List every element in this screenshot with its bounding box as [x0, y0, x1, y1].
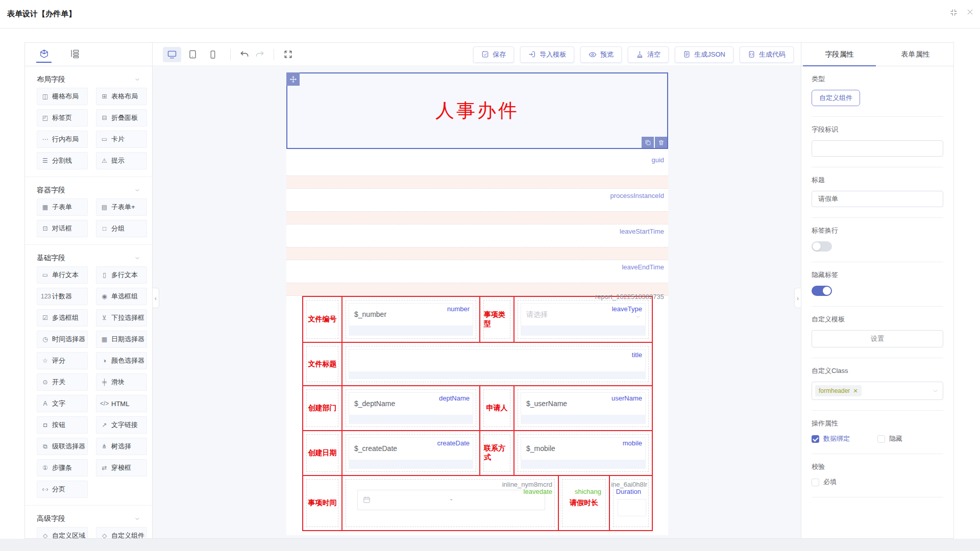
palette-item[interactable]: A 文字 [37, 395, 88, 412]
hide-label-toggle[interactable] [812, 286, 832, 296]
generate-code-button[interactable]: 生成代码 [740, 46, 794, 63]
label-wrap-toggle[interactable] [812, 241, 832, 252]
palette-section-header[interactable]: 容器字段 [25, 183, 152, 197]
palette-item[interactable]: ① 步骤条 [37, 459, 88, 477]
components-cube-icon[interactable] [36, 49, 52, 63]
save-button[interactable]: 保存 [473, 46, 514, 63]
clear-button[interactable]: 清空 [628, 46, 669, 63]
palette-item[interactable]: </> HTML [96, 395, 147, 412]
palette-item[interactable]: ▭ 单行文本 [37, 266, 88, 284]
user-name-input[interactable]: $_userName userName [521, 392, 646, 415]
palette-item[interactable]: ⧉ 级联选择器 [37, 438, 88, 455]
table-label-cell[interactable]: 创建部门 [303, 386, 341, 430]
palette-section-header[interactable]: 高级字段 [25, 512, 152, 526]
palette-item[interactable]: ⊡ 对话框 [37, 220, 88, 237]
table-value-cell[interactable]: $_number number [341, 297, 479, 342]
table-value-cell[interactable]: $_userName userName [513, 386, 652, 430]
palette-item[interactable]: ⊻ 下拉选择框 [96, 309, 147, 327]
collapse-right-panel-handle[interactable]: › [794, 288, 801, 308]
custom-class-select[interactable]: formheader ✕ [812, 382, 943, 400]
remove-tag-icon[interactable]: ✕ [853, 388, 857, 394]
desktop-icon[interactable] [163, 47, 181, 62]
leave-type-select[interactable]: 请选择 leaveType [521, 303, 646, 325]
palette-item[interactable]: ☆ 评分 [37, 352, 88, 369]
table-value-cell[interactable]: $_createDate createDate [341, 431, 479, 475]
palette-item[interactable]: ◰ 标签页 [37, 109, 88, 127]
mobile-input[interactable]: $_mobile mobile [521, 437, 646, 460]
palette-item[interactable]: ⊞ 表格布局 [96, 88, 147, 105]
table-value-cell[interactable]: inline_nym8mcrd leavedate - [341, 476, 558, 530]
undo-icon[interactable] [237, 47, 252, 62]
table-value-cell[interactable]: 请选择 leaveType [513, 297, 652, 342]
create-date-input[interactable]: $_createDate createDate [349, 437, 473, 460]
table-label-cell[interactable]: 事项时间 [303, 476, 341, 530]
palette-item[interactable]: ◇ 自定义区域 [37, 527, 88, 539]
palette-item[interactable]: ◉ 单选框组 [96, 288, 147, 305]
table-label-cell[interactable]: 申请人 [479, 386, 513, 430]
palette-item[interactable]: ⚠ 提示 [96, 152, 147, 169]
palette-item[interactable]: ▦ 子表单 [37, 198, 88, 216]
required-checkbox[interactable]: 必填 [812, 478, 943, 487]
settings-button[interactable]: 设置 [812, 330, 943, 347]
palette-item[interactable]: ↗ 文字链接 [96, 416, 147, 434]
table-value-cell[interactable]: title [341, 343, 652, 385]
dept-name-input[interactable]: $_deptName deptName [349, 392, 473, 415]
palette-item[interactable]: ⇄ 穿梭框 [96, 459, 147, 477]
palette-section-header[interactable]: 布局字段 [25, 72, 152, 87]
table-label-cell[interactable]: 创建日期 [303, 431, 341, 475]
palette-item[interactable]: ⊟ 折叠面板 [96, 109, 147, 127]
title-input[interactable]: title [349, 349, 646, 371]
tablet-icon[interactable] [183, 47, 202, 62]
close-icon[interactable] [966, 8, 974, 17]
palette-item[interactable]: □ 分组 [96, 220, 147, 237]
palette-item[interactable]: ▭ 卡片 [96, 131, 147, 148]
palette-item[interactable]: ⋯ 行内布局 [37, 131, 88, 148]
outline-tree-icon[interactable] [67, 49, 82, 63]
hidden-field-row[interactable]: leaveStartTime [286, 224, 668, 247]
tab-field-properties[interactable]: 字段属性 [801, 43, 877, 66]
hidden-field-strip[interactable] [286, 247, 668, 260]
palette-item[interactable]: ▯ 多行文本 [96, 266, 147, 284]
palette-item[interactable]: ◑ 颜色选择器 [96, 352, 147, 369]
hidden-field-strip[interactable] [286, 211, 668, 224]
palette-item[interactable]: ◷ 时间选择器 [37, 331, 88, 348]
tab-form-properties[interactable]: 表单属性 [877, 43, 953, 66]
phone-icon[interactable] [204, 47, 222, 62]
table-value-cell[interactable]: $_deptName deptName [341, 386, 479, 430]
table-value-cell[interactable]: $_mobile mobile [513, 431, 652, 475]
palette-item[interactable]: ▤ 子表单+ [96, 198, 147, 216]
type-tag[interactable]: 自定义组件 [812, 90, 860, 106]
redo-icon[interactable] [252, 47, 267, 62]
duration-input[interactable] [618, 499, 646, 516]
number-input[interactable]: $_number number [349, 303, 473, 325]
form-header-component[interactable]: 人事办件 [286, 72, 668, 149]
palette-item[interactable]: ◫ 栅格布局 [37, 88, 88, 105]
table-label-cell[interactable]: 文件编号 [303, 297, 341, 342]
table-label-cell[interactable]: 事项类型 [479, 297, 513, 342]
palette-item[interactable]: ⋔ 树选择 [96, 438, 147, 455]
hidden-field-strip[interactable] [286, 176, 668, 189]
data-binding-checkbox[interactable]: 数据绑定 [812, 434, 850, 443]
palette-item[interactable]: ◇ 自定义组件 [96, 527, 147, 539]
palette-item[interactable]: ╪ 滑块 [96, 373, 147, 391]
field-key-input[interactable] [812, 140, 943, 157]
palette-item[interactable]: 123 计数器 [37, 288, 88, 305]
hidden-checkbox[interactable]: 隐藏 [877, 434, 902, 443]
palette-item[interactable]: ☑ 多选框组 [37, 309, 88, 327]
palette-item[interactable]: ▦ 日期选择器 [96, 331, 147, 348]
compress-icon[interactable] [949, 8, 958, 17]
table-label-cell[interactable]: 文件标题 [303, 343, 341, 385]
import-template-button[interactable]: 导入模板 [520, 46, 574, 63]
move-icon[interactable] [286, 72, 300, 86]
generate-json-button[interactable]: 生成JSON [675, 46, 733, 63]
hidden-field-row[interactable]: leaveEndTime [286, 260, 668, 283]
delete-icon[interactable] [655, 137, 667, 148]
hidden-field-row[interactable]: guid [286, 153, 668, 176]
palette-item[interactable]: ◘ 按钮 [37, 416, 88, 434]
hidden-field-row[interactable]: processInstanceId [286, 189, 668, 211]
palette-item[interactable]: ‹·› 分页 [37, 481, 88, 498]
preview-button[interactable]: 预览 [580, 46, 622, 63]
table-label-cell[interactable]: shichang 请假时长 [558, 476, 609, 530]
palette-section-header[interactable]: 基础字段 [25, 251, 152, 265]
date-range-picker[interactable]: - [357, 490, 545, 510]
